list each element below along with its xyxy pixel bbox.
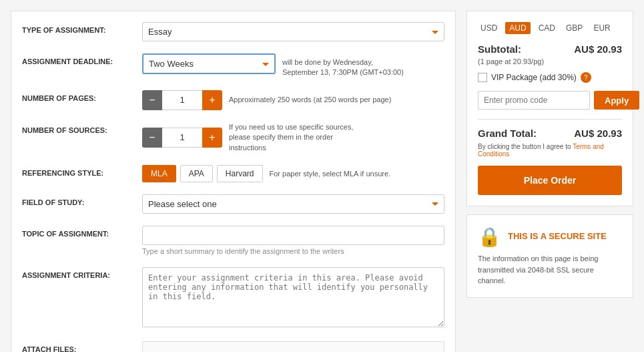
sources-field: − 1 + If you need us to use specific sou… bbox=[142, 122, 444, 153]
field-of-study-field: Please select one Biology Chemistry bbox=[142, 194, 444, 214]
ref-style-field: MLA APA Harvard For paper style, select … bbox=[142, 165, 444, 182]
assignment-type-row: TYPE OF ASSIGNMENT: Essay Research Paper… bbox=[22, 22, 444, 41]
pages-label: NUMBER OF PAGES: bbox=[22, 90, 142, 102]
topic-input[interactable] bbox=[142, 226, 444, 245]
topic-hint: Type a short summary to identify the ass… bbox=[142, 247, 444, 255]
grand-total-label: Grand Total: bbox=[478, 128, 537, 139]
currency-usd-button[interactable]: USD bbox=[478, 22, 500, 34]
deadline-hint: will be done by Wednesday, September 13,… bbox=[282, 53, 404, 78]
assignment-type-select[interactable]: Essay Research Paper Term Paper bbox=[142, 22, 444, 41]
secure-title: THIS IS A SECURE SITE bbox=[508, 231, 607, 242]
promo-row: Apply bbox=[478, 91, 622, 110]
divider bbox=[478, 119, 622, 120]
assignment-type-field: Essay Research Paper Term Paper bbox=[142, 22, 444, 41]
sources-plus-button[interactable]: + bbox=[202, 128, 222, 148]
topic-label: TOPIC OF ASSIGNMENT: bbox=[22, 226, 142, 238]
sources-label: NUMBER OF SOURCES: bbox=[22, 122, 142, 134]
currency-aud-button[interactable]: AUD bbox=[505, 22, 530, 34]
topic-row: TOPIC OF ASSIGNMENT: Type a short summar… bbox=[22, 226, 444, 255]
sources-stepper: − 1 + bbox=[142, 128, 222, 148]
currency-row: USD AUD CAD GBP EUR bbox=[478, 22, 622, 34]
attach-row: ATTACH FILES: Browse... Add any files or… bbox=[22, 341, 444, 352]
attach-label: ATTACH FILES: bbox=[22, 341, 142, 352]
vip-label: VIP Package (add 30%) bbox=[491, 73, 577, 82]
apply-button[interactable]: Apply bbox=[594, 91, 639, 110]
ref-styles-group: MLA APA Harvard For paper style, select … bbox=[142, 165, 444, 182]
terms-text: By clicking the button I agree to Terms … bbox=[478, 143, 622, 158]
subtotal-per-page: (1 page at 20.93/pg) bbox=[478, 57, 622, 65]
criteria-textarea[interactable] bbox=[142, 267, 444, 327]
sources-value: 1 bbox=[162, 128, 202, 148]
deadline-select[interactable]: Two Weeks One Week 3 Days bbox=[142, 53, 276, 74]
order-form: TYPE OF ASSIGNMENT: Essay Research Paper… bbox=[11, 11, 456, 352]
sources-minus-button[interactable]: − bbox=[142, 128, 162, 148]
pages-hint: Approximately 250 words (at 250 words pe… bbox=[229, 95, 391, 105]
promo-input[interactable] bbox=[478, 91, 590, 110]
ref-style-label: REFERENCING STYLE: bbox=[22, 165, 142, 177]
subtotal-row: Subtotal: AU$ 20.93 bbox=[478, 43, 622, 55]
vip-help-icon[interactable]: ? bbox=[581, 72, 591, 83]
ref-apa-button[interactable]: APA bbox=[180, 165, 213, 182]
currency-cad-button[interactable]: CAD bbox=[536, 22, 558, 34]
pages-minus-button[interactable]: − bbox=[142, 90, 162, 110]
pages-field: − 1 + Approximately 250 words (at 250 wo… bbox=[142, 90, 444, 110]
sources-hint: If you need us to use specific sources, … bbox=[229, 122, 362, 153]
criteria-label: ASSIGNMENT CRITERIA: bbox=[22, 267, 142, 279]
currency-eur-button[interactable]: EUR bbox=[591, 22, 613, 34]
grand-total-row: Grand Total: AU$ 20.93 bbox=[478, 128, 622, 139]
secure-box: 🔒 THIS IS A SECURE SITE The information … bbox=[466, 214, 633, 298]
topic-field: Type a short summary to identify the ass… bbox=[142, 226, 444, 255]
ref-hint: For paper style, select MLA if unsure. bbox=[270, 170, 391, 178]
field-of-study-select[interactable]: Please select one Biology Chemistry bbox=[142, 194, 444, 214]
assignment-type-label: TYPE OF ASSIGNMENT: bbox=[22, 22, 142, 34]
ref-style-row: REFERENCING STYLE: MLA APA Harvard For p… bbox=[22, 165, 444, 182]
criteria-row: ASSIGNMENT CRITERIA: bbox=[22, 267, 444, 329]
pricing-box: USD AUD CAD GBP EUR Subtotal: AU$ 20.93 … bbox=[466, 11, 633, 206]
currency-gbp-button[interactable]: GBP bbox=[563, 22, 585, 34]
vip-row: VIP Package (add 30%) ? bbox=[478, 72, 622, 83]
grand-total-amount: AU$ 20.93 bbox=[574, 128, 622, 139]
pages-plus-button[interactable]: + bbox=[202, 90, 222, 110]
deadline-label: ASSIGNMENT DEADLINE: bbox=[22, 53, 142, 65]
right-panel: USD AUD CAD GBP EUR Subtotal: AU$ 20.93 … bbox=[466, 11, 633, 352]
field-of-study-label: FIELD OF STUDY: bbox=[22, 194, 142, 206]
subtotal-label: Subtotal: bbox=[478, 43, 521, 55]
pages-value: 1 bbox=[162, 90, 202, 110]
lock-icon: 🔒 bbox=[478, 226, 501, 248]
pages-stepper: − 1 + bbox=[142, 90, 222, 110]
ref-mla-button[interactable]: MLA bbox=[142, 165, 176, 182]
field-of-study-row: FIELD OF STUDY: Please select one Biolog… bbox=[22, 194, 444, 214]
pages-row: NUMBER OF PAGES: − 1 + Approximately 250… bbox=[22, 90, 444, 110]
attach-field: Browse... Add any files or images here. … bbox=[142, 341, 444, 352]
ref-harvard-button[interactable]: Harvard bbox=[217, 165, 263, 182]
sources-row: NUMBER OF SOURCES: − 1 + If you need us … bbox=[22, 122, 444, 153]
deadline-field: Two Weeks One Week 3 Days will be done b… bbox=[142, 53, 444, 78]
deadline-row: ASSIGNMENT DEADLINE: Two Weeks One Week … bbox=[22, 53, 444, 78]
criteria-field bbox=[142, 267, 444, 329]
attach-box: Browse... Add any files or images here. … bbox=[142, 341, 444, 352]
subtotal-amount: AU$ 20.93 bbox=[574, 43, 622, 55]
vip-checkbox[interactable] bbox=[478, 73, 487, 82]
secure-header: 🔒 THIS IS A SECURE SITE bbox=[478, 226, 622, 248]
secure-text: The information on this page is being tr… bbox=[478, 253, 622, 287]
place-order-button[interactable]: Place Order bbox=[478, 166, 622, 195]
